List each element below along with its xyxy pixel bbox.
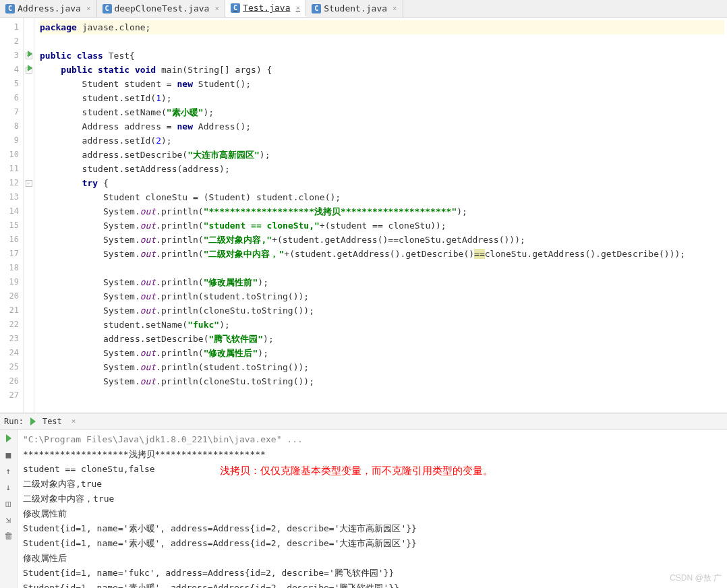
code-line[interactable]: address.setDescribe("大连市高新园区"); [40, 148, 724, 162]
line-number[interactable]: 14 [0, 204, 23, 218]
fold-marker [24, 77, 34, 91]
code-line[interactable]: System.out.println("修改属性前"); [40, 275, 724, 289]
code-line[interactable]: System.out.println("修改属性后"); [40, 346, 724, 360]
close-icon[interactable]: × [86, 4, 91, 13]
line-number[interactable]: 4 [0, 63, 23, 77]
close-icon[interactable]: × [71, 417, 76, 425]
code-line[interactable]: System.out.println(student.toString()); [40, 289, 724, 303]
code-line[interactable]: student.setName("素小暖"); [40, 105, 724, 119]
code-line[interactable]: System.out.println("二级对象中内容，"+(student.g… [40, 247, 724, 261]
code-line[interactable]: System.out.println("student == cloneStu,… [40, 218, 724, 233]
tab-test[interactable]: CTest.java× [225, 0, 306, 17]
code-line[interactable] [40, 34, 724, 49]
code-line[interactable]: System.out.println(cloneStu.toString()); [40, 303, 724, 318]
line-number[interactable]: 1 [0, 20, 23, 34]
console-line: 二级对象内容,true [23, 477, 722, 492]
fold-marker [24, 34, 34, 49]
fold-marker [24, 190, 34, 204]
line-number[interactable]: 13 [0, 190, 23, 204]
close-icon[interactable]: × [214, 4, 219, 13]
editor: 1234567891011121314151617181920212223242… [0, 18, 727, 413]
run-gutter-icon[interactable] [28, 65, 32, 71]
code-line[interactable]: public static void main(String[] args) { [40, 63, 724, 77]
code-line[interactable] [40, 261, 724, 275]
console-line: "C:\Program Files\Java\jdk1.8.0_221\bin\… [23, 432, 722, 447]
code-line[interactable]: address.setDescribe("腾飞软件园"); [40, 332, 724, 346]
line-number[interactable]: 23 [0, 332, 23, 346]
fold-marker [24, 346, 34, 360]
line-number[interactable]: 19 [0, 275, 23, 289]
fold-marker[interactable]: − [24, 176, 34, 190]
java-file-icon: C [5, 4, 15, 13]
console-line: Student{id=1, name='素小暖', address=Addres… [23, 536, 722, 551]
code-line[interactable]: public class Test{ [40, 49, 724, 63]
code-line[interactable]: package javase.clone; [40, 20, 724, 34]
line-number[interactable]: 21 [0, 303, 23, 318]
fold-marker [24, 148, 34, 162]
line-number[interactable]: 22 [0, 318, 23, 332]
line-number[interactable]: 24 [0, 346, 23, 360]
code-line[interactable]: student.setId(1); [40, 91, 724, 105]
annotation-text: 浅拷贝：仅仅克隆基本类型变量，而不克隆引用类型的变量。 [220, 463, 493, 478]
code-line[interactable]: Student student = new Student(); [40, 77, 724, 91]
watermark: CSDN @敖 广 [670, 570, 722, 585]
line-number[interactable]: 5 [0, 77, 23, 91]
line-number[interactable]: 7 [0, 105, 23, 119]
line-number[interactable]: 11 [0, 162, 23, 176]
line-number[interactable]: 2 [0, 34, 23, 49]
line-number[interactable]: 27 [0, 388, 23, 403]
line-number[interactable]: 9 [0, 134, 23, 148]
line-number[interactable]: 16 [0, 233, 23, 247]
console-line: Student{id=1, name='素小暖', address=Addres… [23, 581, 722, 588]
stop-button[interactable]: ■ [3, 448, 15, 461]
fold-marker [24, 20, 34, 34]
fold-marker [24, 360, 34, 374]
close-icon[interactable]: × [392, 4, 397, 13]
run-header: Run: Test × [0, 413, 727, 430]
line-number[interactable]: 10 [0, 148, 23, 162]
layout-button[interactable]: ◫ [3, 497, 15, 509]
fold-marker [24, 134, 34, 148]
play-icon [30, 417, 36, 425]
pin-button[interactable]: ⇲ [3, 513, 15, 525]
tab-student[interactable]: CStudent.java× [306, 0, 403, 17]
code-line[interactable]: System.out.println("********************… [40, 204, 724, 218]
code-line[interactable]: student.setAddress(address); [40, 162, 724, 176]
code-line[interactable] [40, 388, 724, 403]
code-line[interactable]: student.setName("fukc"); [40, 318, 724, 332]
run-gutter-icon[interactable] [28, 51, 32, 57]
line-number[interactable]: 3 [0, 49, 23, 63]
fold-marker [24, 388, 34, 403]
line-number[interactable]: 12 [0, 176, 23, 190]
code-area[interactable]: package javase.clone;public class Test{ … [34, 18, 727, 413]
line-number[interactable]: 8 [0, 119, 23, 134]
trash-button[interactable]: 🗑 [3, 529, 15, 541]
code-line[interactable]: Student cloneStu = (Student) student.clo… [40, 190, 724, 204]
code-line[interactable]: try { [40, 176, 724, 190]
run-config-name[interactable]: Test [42, 417, 62, 426]
line-number[interactable]: 15 [0, 218, 23, 233]
fold-marker [24, 247, 34, 261]
tab-label: Student.java [324, 3, 387, 13]
console-output[interactable]: 浅拷贝：仅仅克隆基本类型变量，而不克隆引用类型的变量。 CSDN @敖 广 "C… [18, 430, 727, 588]
console-line: ********************浅拷贝*****************… [23, 447, 722, 462]
tab-address[interactable]: CAddress.java× [0, 0, 97, 17]
code-line[interactable]: System.out.println(cloneStu.toString()); [40, 374, 724, 388]
line-number[interactable]: 18 [0, 261, 23, 275]
up-button[interactable]: ↑ [3, 465, 15, 477]
line-number[interactable]: 6 [0, 91, 23, 105]
tab-deepclonetest[interactable]: CdeepCloneTest.java× [97, 0, 226, 17]
code-line[interactable]: System.out.println(student.toString()); [40, 360, 724, 374]
close-icon[interactable]: × [296, 3, 301, 12]
java-file-icon: C [231, 3, 240, 13]
line-number[interactable]: 20 [0, 289, 23, 303]
code-line[interactable]: System.out.println("二级对象内容,"+(student.ge… [40, 233, 724, 247]
line-number[interactable]: 25 [0, 360, 23, 374]
rerun-button[interactable] [3, 432, 15, 444]
code-line[interactable]: address.setId(2); [40, 134, 724, 148]
down-button[interactable]: ↓ [3, 481, 15, 493]
line-number[interactable]: 26 [0, 374, 23, 388]
line-number[interactable]: 17 [0, 247, 23, 261]
code-line[interactable]: Address address = new Address(); [40, 119, 724, 134]
fold-marker [24, 261, 34, 275]
